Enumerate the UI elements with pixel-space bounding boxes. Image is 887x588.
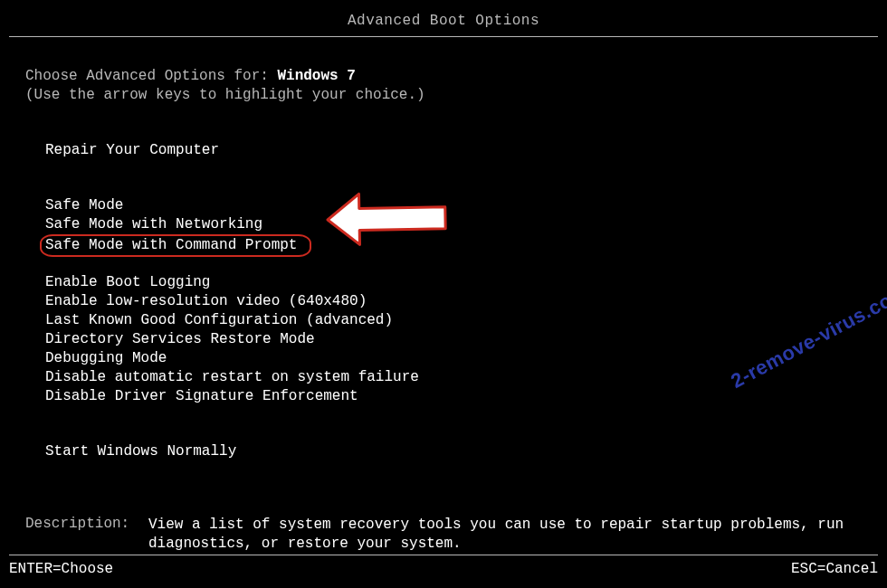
hint-text: (Use the arrow keys to highlight your ch…: [25, 87, 878, 103]
footer-enter-hint: ENTER=Choose: [9, 561, 113, 577]
menu-enable-low-res-video[interactable]: Enable low-resolution video (640x480): [45, 292, 878, 311]
footer-bar: ENTER=Choose ESC=Cancel: [9, 555, 878, 577]
menu-safe-mode-command-prompt[interactable]: Safe Mode with Command Prompt: [40, 234, 311, 257]
choose-prefix: Choose Advanced Options for:: [25, 68, 277, 84]
description-text: View a list of system recovery tools you…: [148, 516, 878, 554]
menu-disable-driver-sig[interactable]: Disable Driver Signature Enforcement: [45, 387, 878, 406]
menu-directory-services-restore[interactable]: Directory Services Restore Mode: [45, 330, 878, 349]
choose-line: Choose Advanced Options for: Windows 7: [25, 68, 878, 84]
footer-esc-hint: ESC=Cancel: [791, 561, 878, 577]
menu-disable-auto-restart[interactable]: Disable automatic restart on system fail…: [45, 368, 878, 387]
menu-safe-mode-networking[interactable]: Safe Mode with Networking: [45, 215, 878, 234]
menu-debugging-mode[interactable]: Debugging Mode: [45, 349, 878, 368]
os-name: Windows 7: [277, 68, 355, 84]
description-label: Description:: [25, 516, 148, 554]
menu-enable-boot-logging[interactable]: Enable Boot Logging: [45, 273, 878, 292]
page-title: Advanced Boot Options: [9, 7, 878, 37]
menu-last-known-good-config[interactable]: Last Known Good Configuration (advanced): [45, 311, 878, 330]
menu-start-windows-normally[interactable]: Start Windows Normally: [45, 442, 878, 461]
menu-repair-your-computer[interactable]: Repair Your Computer: [45, 141, 878, 160]
menu-safe-mode[interactable]: Safe Mode: [45, 196, 878, 215]
